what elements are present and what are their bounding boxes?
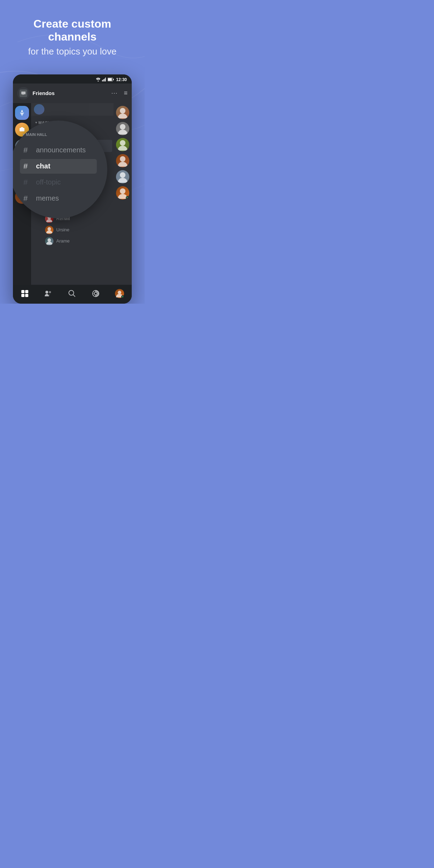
battery-icon	[108, 78, 114, 81]
svg-point-27	[49, 291, 51, 293]
svg-point-26	[45, 291, 48, 294]
nav-item-servers[interactable]	[15, 288, 35, 299]
nav-item-profile[interactable]	[109, 288, 130, 299]
chevron-icon: ▾	[35, 121, 37, 124]
svg-rect-24	[21, 294, 24, 297]
profile-avatar	[115, 289, 124, 298]
svg-rect-4	[105, 78, 106, 81]
zoom-hash-chat: #	[23, 162, 32, 171]
zoom-category: ▾ MAIN HALL	[20, 132, 97, 137]
voice-member-ursine: Ursine	[31, 224, 114, 236]
svg-point-0	[98, 81, 99, 82]
zoom-overlay: ▾ MAIN HALL # announcements # chat # off…	[13, 121, 107, 218]
zoom-channel-memes[interactable]: # memes	[20, 191, 97, 206]
server-avatar-1[interactable]	[15, 106, 29, 120]
nav-item-search[interactable]	[62, 288, 82, 299]
svg-line-29	[73, 295, 75, 297]
wifi-icon	[96, 78, 101, 81]
bottom-nav	[13, 285, 132, 304]
svg-point-18	[120, 140, 125, 146]
svg-rect-7	[113, 79, 114, 80]
zoom-hash-announcements: #	[23, 146, 32, 155]
svg-point-32	[118, 291, 121, 294]
voice-member-arame: Arame	[31, 236, 114, 247]
zoom-channel-name-memes: memes	[36, 194, 59, 202]
svg-point-20	[120, 172, 125, 178]
svg-rect-25	[25, 294, 28, 297]
svg-point-14	[48, 227, 51, 231]
zoom-category-name: MAIN HALL	[26, 132, 47, 137]
svg-rect-6	[108, 78, 112, 81]
zoom-channel-name-chat: chat	[36, 162, 50, 170]
status-icons	[96, 78, 114, 81]
member-av-3[interactable]	[116, 138, 129, 151]
phone-mockup: 12:30 Friendos ··· ≡	[13, 74, 132, 304]
member-av-5[interactable]	[116, 170, 129, 183]
zoom-channel-announcements[interactable]: # announcements	[20, 143, 97, 158]
svg-point-16	[120, 108, 125, 114]
mentions-icon	[92, 289, 100, 298]
nav-item-mentions[interactable]	[86, 288, 106, 299]
signal-icon	[102, 78, 106, 81]
status-bar: 12:30	[13, 74, 132, 84]
svg-point-28	[69, 290, 74, 295]
zoom-channel-name-announcements: announcements	[36, 146, 86, 154]
member-name-arame: Arame	[56, 238, 70, 244]
member-av-1[interactable]	[116, 106, 129, 119]
profile-online-dot	[121, 295, 124, 298]
header-menu-button[interactable]: ≡	[124, 89, 128, 97]
zoom-channel-chat[interactable]: # chat	[20, 159, 97, 174]
search-icon	[68, 289, 76, 298]
member-av-6[interactable]	[116, 186, 129, 200]
member-avatar-ursine	[45, 226, 53, 234]
svg-rect-1	[102, 80, 103, 81]
app-header: Friendos ··· ≡	[13, 84, 132, 103]
chat-bubble-icon	[20, 89, 27, 97]
svg-point-21	[120, 188, 125, 194]
zoom-channel-name-off-topic: off-topic	[36, 178, 61, 186]
member-av-4[interactable]	[116, 154, 129, 167]
status-time: 12:30	[116, 77, 127, 82]
svg-rect-3	[104, 79, 105, 81]
server-icon-small[interactable]	[17, 87, 30, 100]
svg-point-19	[120, 156, 125, 162]
servers-icon	[21, 289, 29, 298]
app-body: ▾ MAIN HALL # announcements # chat # off…	[13, 103, 132, 285]
svg-point-17	[120, 124, 125, 130]
svg-rect-2	[103, 79, 104, 81]
header-title: Create custom channels	[10, 17, 134, 43]
svg-rect-22	[21, 290, 24, 293]
zoom-chevron: ▾	[23, 132, 24, 136]
member-av-2[interactable]	[116, 122, 129, 135]
nav-item-friends[interactable]	[38, 288, 58, 299]
member-sidebar	[114, 103, 132, 285]
header-section: Create custom channels for the topics yo…	[0, 0, 145, 67]
friends-icon	[44, 289, 52, 298]
server-name: Friendos	[32, 90, 108, 96]
header-dots-button[interactable]: ···	[111, 89, 117, 97]
online-status-dot	[126, 196, 129, 200]
zoom-hash-off-topic: #	[23, 178, 32, 187]
zoom-channel-off-topic[interactable]: # off-topic	[20, 175, 97, 190]
svg-rect-23	[25, 290, 28, 293]
header-subtitle: for the topics you love	[10, 46, 134, 57]
svg-rect-9	[21, 127, 23, 129]
member-name-ursine: Ursine	[56, 227, 70, 232]
zoom-hash-memes: #	[23, 194, 32, 203]
svg-point-15	[48, 238, 51, 242]
member-avatar-arame	[45, 237, 53, 245]
